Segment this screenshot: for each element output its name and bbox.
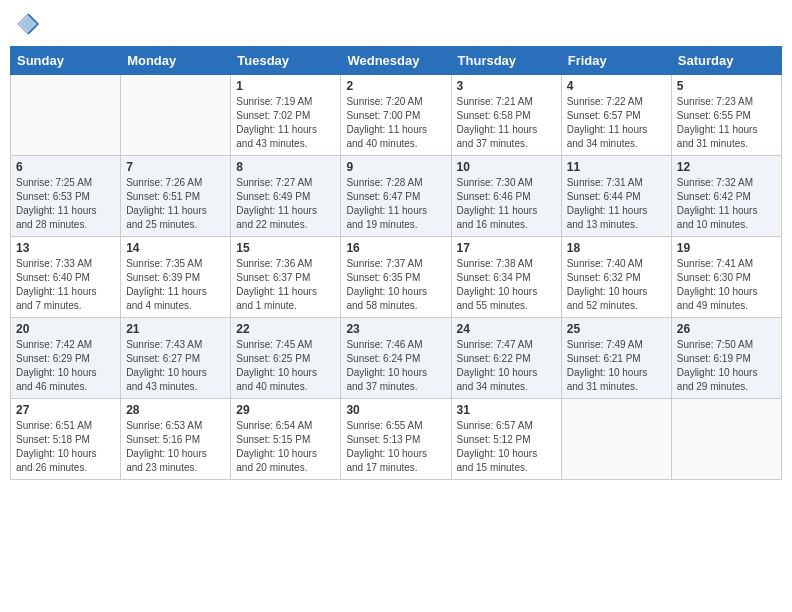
day-number: 8 [236, 160, 335, 174]
day-number: 18 [567, 241, 666, 255]
calendar-cell: 5Sunrise: 7:23 AM Sunset: 6:55 PM Daylig… [671, 75, 781, 156]
day-header-tuesday: Tuesday [231, 47, 341, 75]
day-number: 30 [346, 403, 445, 417]
calendar-cell: 14Sunrise: 7:35 AM Sunset: 6:39 PM Dayli… [121, 237, 231, 318]
calendar-cell: 31Sunrise: 6:57 AM Sunset: 5:12 PM Dayli… [451, 399, 561, 480]
day-info: Sunrise: 7:45 AM Sunset: 6:25 PM Dayligh… [236, 338, 335, 394]
day-info: Sunrise: 7:41 AM Sunset: 6:30 PM Dayligh… [677, 257, 776, 313]
day-number: 28 [126, 403, 225, 417]
day-number: 23 [346, 322, 445, 336]
day-info: Sunrise: 7:38 AM Sunset: 6:34 PM Dayligh… [457, 257, 556, 313]
day-number: 5 [677, 79, 776, 93]
calendar-cell: 13Sunrise: 7:33 AM Sunset: 6:40 PM Dayli… [11, 237, 121, 318]
day-info: Sunrise: 7:30 AM Sunset: 6:46 PM Dayligh… [457, 176, 556, 232]
day-header-wednesday: Wednesday [341, 47, 451, 75]
day-info: Sunrise: 7:37 AM Sunset: 6:35 PM Dayligh… [346, 257, 445, 313]
day-info: Sunrise: 7:36 AM Sunset: 6:37 PM Dayligh… [236, 257, 335, 313]
day-info: Sunrise: 7:49 AM Sunset: 6:21 PM Dayligh… [567, 338, 666, 394]
day-number: 1 [236, 79, 335, 93]
calendar-cell [671, 399, 781, 480]
calendar-week-row: 27Sunrise: 6:51 AM Sunset: 5:18 PM Dayli… [11, 399, 782, 480]
day-number: 25 [567, 322, 666, 336]
calendar-cell: 16Sunrise: 7:37 AM Sunset: 6:35 PM Dayli… [341, 237, 451, 318]
day-info: Sunrise: 7:42 AM Sunset: 6:29 PM Dayligh… [16, 338, 115, 394]
logo-icon [14, 10, 42, 38]
calendar-cell: 4Sunrise: 7:22 AM Sunset: 6:57 PM Daylig… [561, 75, 671, 156]
day-number: 31 [457, 403, 556, 417]
day-info: Sunrise: 7:26 AM Sunset: 6:51 PM Dayligh… [126, 176, 225, 232]
day-number: 3 [457, 79, 556, 93]
day-number: 17 [457, 241, 556, 255]
day-number: 20 [16, 322, 115, 336]
calendar-cell: 24Sunrise: 7:47 AM Sunset: 6:22 PM Dayli… [451, 318, 561, 399]
day-number: 2 [346, 79, 445, 93]
day-number: 29 [236, 403, 335, 417]
page-header [10, 10, 782, 38]
day-header-sunday: Sunday [11, 47, 121, 75]
calendar-cell [561, 399, 671, 480]
calendar-cell: 2Sunrise: 7:20 AM Sunset: 7:00 PM Daylig… [341, 75, 451, 156]
calendar-week-row: 20Sunrise: 7:42 AM Sunset: 6:29 PM Dayli… [11, 318, 782, 399]
calendar-cell: 26Sunrise: 7:50 AM Sunset: 6:19 PM Dayli… [671, 318, 781, 399]
day-number: 11 [567, 160, 666, 174]
calendar-cell: 9Sunrise: 7:28 AM Sunset: 6:47 PM Daylig… [341, 156, 451, 237]
day-info: Sunrise: 6:54 AM Sunset: 5:15 PM Dayligh… [236, 419, 335, 475]
calendar-cell: 25Sunrise: 7:49 AM Sunset: 6:21 PM Dayli… [561, 318, 671, 399]
day-info: Sunrise: 7:25 AM Sunset: 6:53 PM Dayligh… [16, 176, 115, 232]
day-number: 10 [457, 160, 556, 174]
day-info: Sunrise: 7:19 AM Sunset: 7:02 PM Dayligh… [236, 95, 335, 151]
day-number: 4 [567, 79, 666, 93]
calendar-cell: 28Sunrise: 6:53 AM Sunset: 5:16 PM Dayli… [121, 399, 231, 480]
calendar-cell: 15Sunrise: 7:36 AM Sunset: 6:37 PM Dayli… [231, 237, 341, 318]
day-number: 9 [346, 160, 445, 174]
day-number: 24 [457, 322, 556, 336]
calendar-cell: 27Sunrise: 6:51 AM Sunset: 5:18 PM Dayli… [11, 399, 121, 480]
calendar-cell: 6Sunrise: 7:25 AM Sunset: 6:53 PM Daylig… [11, 156, 121, 237]
day-number: 6 [16, 160, 115, 174]
day-number: 27 [16, 403, 115, 417]
day-info: Sunrise: 7:23 AM Sunset: 6:55 PM Dayligh… [677, 95, 776, 151]
day-info: Sunrise: 6:53 AM Sunset: 5:16 PM Dayligh… [126, 419, 225, 475]
day-header-friday: Friday [561, 47, 671, 75]
day-number: 22 [236, 322, 335, 336]
calendar-week-row: 1Sunrise: 7:19 AM Sunset: 7:02 PM Daylig… [11, 75, 782, 156]
calendar-header-row: SundayMondayTuesdayWednesdayThursdayFrid… [11, 47, 782, 75]
calendar-cell: 12Sunrise: 7:32 AM Sunset: 6:42 PM Dayli… [671, 156, 781, 237]
calendar-cell: 17Sunrise: 7:38 AM Sunset: 6:34 PM Dayli… [451, 237, 561, 318]
day-header-monday: Monday [121, 47, 231, 75]
calendar-cell: 22Sunrise: 7:45 AM Sunset: 6:25 PM Dayli… [231, 318, 341, 399]
day-info: Sunrise: 6:55 AM Sunset: 5:13 PM Dayligh… [346, 419, 445, 475]
day-number: 12 [677, 160, 776, 174]
calendar-table: SundayMondayTuesdayWednesdayThursdayFrid… [10, 46, 782, 480]
day-number: 16 [346, 241, 445, 255]
calendar-cell [121, 75, 231, 156]
calendar-week-row: 6Sunrise: 7:25 AM Sunset: 6:53 PM Daylig… [11, 156, 782, 237]
day-info: Sunrise: 7:46 AM Sunset: 6:24 PM Dayligh… [346, 338, 445, 394]
calendar-cell: 11Sunrise: 7:31 AM Sunset: 6:44 PM Dayli… [561, 156, 671, 237]
calendar-cell: 30Sunrise: 6:55 AM Sunset: 5:13 PM Dayli… [341, 399, 451, 480]
day-info: Sunrise: 7:43 AM Sunset: 6:27 PM Dayligh… [126, 338, 225, 394]
calendar-cell: 23Sunrise: 7:46 AM Sunset: 6:24 PM Dayli… [341, 318, 451, 399]
day-info: Sunrise: 7:33 AM Sunset: 6:40 PM Dayligh… [16, 257, 115, 313]
day-info: Sunrise: 7:40 AM Sunset: 6:32 PM Dayligh… [567, 257, 666, 313]
calendar-cell: 10Sunrise: 7:30 AM Sunset: 6:46 PM Dayli… [451, 156, 561, 237]
day-info: Sunrise: 7:28 AM Sunset: 6:47 PM Dayligh… [346, 176, 445, 232]
day-info: Sunrise: 7:31 AM Sunset: 6:44 PM Dayligh… [567, 176, 666, 232]
calendar-cell [11, 75, 121, 156]
logo [14, 10, 46, 38]
day-info: Sunrise: 7:27 AM Sunset: 6:49 PM Dayligh… [236, 176, 335, 232]
day-info: Sunrise: 7:21 AM Sunset: 6:58 PM Dayligh… [457, 95, 556, 151]
calendar-cell: 21Sunrise: 7:43 AM Sunset: 6:27 PM Dayli… [121, 318, 231, 399]
calendar-cell: 7Sunrise: 7:26 AM Sunset: 6:51 PM Daylig… [121, 156, 231, 237]
day-number: 19 [677, 241, 776, 255]
day-info: Sunrise: 7:50 AM Sunset: 6:19 PM Dayligh… [677, 338, 776, 394]
day-info: Sunrise: 7:47 AM Sunset: 6:22 PM Dayligh… [457, 338, 556, 394]
day-info: Sunrise: 6:57 AM Sunset: 5:12 PM Dayligh… [457, 419, 556, 475]
day-number: 26 [677, 322, 776, 336]
calendar-cell: 18Sunrise: 7:40 AM Sunset: 6:32 PM Dayli… [561, 237, 671, 318]
day-info: Sunrise: 7:20 AM Sunset: 7:00 PM Dayligh… [346, 95, 445, 151]
day-number: 21 [126, 322, 225, 336]
day-number: 7 [126, 160, 225, 174]
day-info: Sunrise: 6:51 AM Sunset: 5:18 PM Dayligh… [16, 419, 115, 475]
calendar-cell: 3Sunrise: 7:21 AM Sunset: 6:58 PM Daylig… [451, 75, 561, 156]
